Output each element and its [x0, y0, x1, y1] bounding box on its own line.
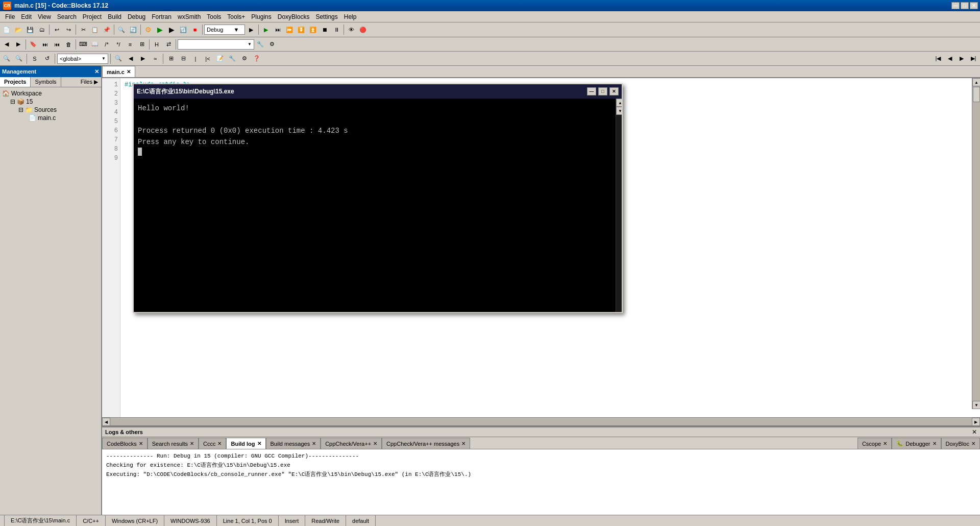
nav-right-btn[interactable]: ▶ [956, 53, 967, 64]
debug-watch-btn[interactable]: 👁 [346, 24, 357, 35]
stop-btn[interactable]: ■ [189, 24, 201, 35]
doxy-btn4[interactable]: ❓ [251, 53, 262, 64]
bottom-tab-cppcheck-msg[interactable]: CppCheck/Vera++ messages ✕ [382, 438, 470, 449]
editor-scroll-up[interactable]: ▲ [972, 78, 980, 86]
debug-next-btn[interactable]: ⏩ [284, 24, 295, 35]
nav-back-btn[interactable]: ◀ [1, 39, 12, 50]
debug-bp-btn[interactable]: 🔴 [357, 24, 369, 35]
nav-far-left-btn[interactable]: |◀ [933, 53, 944, 64]
maximize-button[interactable]: □ [961, 2, 969, 9]
editor-tab-close[interactable]: ✕ [127, 69, 131, 75]
tab-files[interactable]: Files ▶ [78, 77, 101, 87]
bottom-tab-codeblocks[interactable]: CodeBlocks ✕ [102, 438, 148, 449]
swap-btn[interactable]: ⇄ [163, 39, 174, 50]
bottom-tab-doxybloc-close[interactable]: ✕ [971, 441, 975, 446]
toggle-btn2[interactable]: ⊟ [178, 53, 189, 64]
menu-file[interactable]: File [2, 12, 18, 21]
close-button[interactable]: ✕ [970, 2, 978, 9]
console-scrollbar[interactable]: ▲ ▼ [616, 99, 622, 312]
run-btn[interactable]: ▶ [154, 24, 165, 35]
tree-mainc[interactable]: 📄 main.c [2, 114, 99, 122]
bottom-tab-debugger-close[interactable]: ✕ [933, 441, 937, 446]
redo-btn[interactable]: ↪ [63, 24, 74, 35]
bottom-tab-cppcheck-msg-close[interactable]: ✕ [461, 441, 465, 446]
doxy-btn3[interactable]: ⚙ [239, 53, 250, 64]
toggle-btn4[interactable]: |< [202, 53, 213, 64]
new-file-btn[interactable]: 📄 [1, 24, 12, 35]
nav-left-btn[interactable]: ◀ [944, 53, 955, 64]
bottom-tab-search-close[interactable]: ✕ [190, 441, 194, 446]
build-btn[interactable]: ⚙ [142, 24, 154, 35]
build-run-btn2[interactable]: ▶ [246, 24, 257, 35]
menu-plugins[interactable]: Plugins [248, 12, 274, 21]
bookmark-prev-btn[interactable]: ⏮ [51, 39, 62, 50]
menu-project[interactable]: Project [80, 12, 105, 21]
class-next-btn[interactable]: ▶ [137, 53, 149, 64]
tree-project[interactable]: ⊟ 📦 15 [2, 98, 99, 106]
minimize-button[interactable]: — [951, 2, 960, 9]
comment-btn[interactable]: /* [101, 39, 112, 50]
editor-tab-mainc[interactable]: main.c ✕ [102, 66, 135, 77]
menu-debug[interactable]: Debug [125, 12, 149, 21]
nav-fwd-btn[interactable]: ▶ [13, 39, 24, 50]
bottom-tab-cccc[interactable]: Cccc ✕ [199, 438, 226, 449]
undo-btn[interactable]: ↩ [51, 24, 62, 35]
menu-doxyblocks[interactable]: DoxyBlocks [275, 12, 313, 21]
build-run-btn[interactable]: ▶ [166, 24, 177, 35]
cut-btn[interactable]: ✂ [78, 24, 89, 35]
scope-dropdown[interactable]: <global> ▼ [57, 54, 108, 64]
menu-settings[interactable]: Settings [312, 12, 340, 21]
bookmark-next-btn[interactable]: ⏭ [39, 39, 51, 50]
uncomment-btn[interactable]: */ [113, 39, 124, 50]
editor-scroll-thumb[interactable] [973, 87, 980, 102]
open-header-btn[interactable]: H [151, 39, 162, 50]
bottom-tab-buildmsg[interactable]: Build messages ✕ [266, 438, 321, 449]
menu-fortran[interactable]: Fortran [149, 12, 175, 21]
bookmark-btn[interactable]: 🔖 [28, 39, 39, 50]
tab-projects[interactable]: Projects [0, 77, 31, 87]
editor-scroll-down[interactable]: ▼ [972, 401, 980, 409]
tab-symbols[interactable]: Symbols [31, 77, 61, 87]
editor-hscroll-left[interactable]: ◀ [102, 418, 110, 426]
bottom-tab-cppcheck-close[interactable]: ✕ [373, 441, 377, 446]
console-max-btn[interactable]: □ [598, 87, 607, 95]
debug-step-btn[interactable]: ⏬ [296, 24, 307, 35]
copy-btn[interactable]: 📋 [89, 24, 101, 35]
bottom-tab-codeblocks-close[interactable]: ✕ [139, 441, 143, 446]
menu-build[interactable]: Build [105, 12, 125, 21]
menu-tools[interactable]: Tools [204, 12, 224, 21]
refresh-btn[interactable]: ↺ [41, 53, 53, 64]
bottom-tab-buildmsg-close[interactable]: ✕ [312, 441, 316, 446]
save-all-btn[interactable]: 🗂 [36, 24, 47, 35]
align-btn[interactable]: ≡ [125, 39, 136, 50]
func-settings-btn[interactable]: ⚙ [266, 39, 278, 50]
nav-far-right-btn[interactable]: ▶| [968, 53, 979, 64]
tree-workspace[interactable]: 🏠 Workspace [2, 89, 99, 98]
console-min-btn[interactable]: — [587, 87, 596, 95]
bottom-tab-cscope-close[interactable]: ✕ [883, 441, 887, 446]
management-close[interactable]: ✕ [94, 68, 99, 75]
class-match-btn[interactable]: ≈ [150, 53, 161, 64]
find-btn[interactable]: 🔍 [116, 24, 127, 35]
save-btn[interactable]: 💾 [24, 24, 36, 35]
menu-search[interactable]: Search [54, 12, 80, 21]
build-config-dropdown[interactable]: Debug ▼ [204, 25, 245, 35]
class-prev-btn[interactable]: ◀ [125, 53, 136, 64]
bottom-tab-cppcheck[interactable]: CppCheck/Vera++ ✕ [321, 438, 382, 449]
rebuild-btn[interactable]: 🔃 [178, 24, 189, 35]
bottom-tab-buildlog-close[interactable]: ✕ [257, 441, 261, 446]
debug-pause-btn[interactable]: ⏸ [331, 24, 342, 35]
docs-btn[interactable]: 📖 [89, 39, 101, 50]
debug-stop-btn[interactable]: ⏹ [319, 24, 330, 35]
bottom-tab-search[interactable]: Search results ✕ [148, 438, 199, 449]
function-dropdown[interactable]: ▼ [178, 39, 254, 50]
toggle-btn3[interactable]: | [190, 53, 201, 64]
replace-btn[interactable]: 🔄 [128, 24, 139, 35]
zoom-out-btn[interactable]: 🔍 [13, 53, 24, 64]
doxy-btn2[interactable]: 🔧 [227, 53, 238, 64]
code-complete-btn[interactable]: ⌨ [78, 39, 89, 50]
bottom-tab-cccc-close[interactable]: ✕ [217, 441, 222, 446]
open-btn[interactable]: 📂 [13, 24, 24, 35]
class-search-btn[interactable]: 🔍 [113, 53, 124, 64]
menu-wxsmith[interactable]: wxSmith [175, 12, 204, 21]
